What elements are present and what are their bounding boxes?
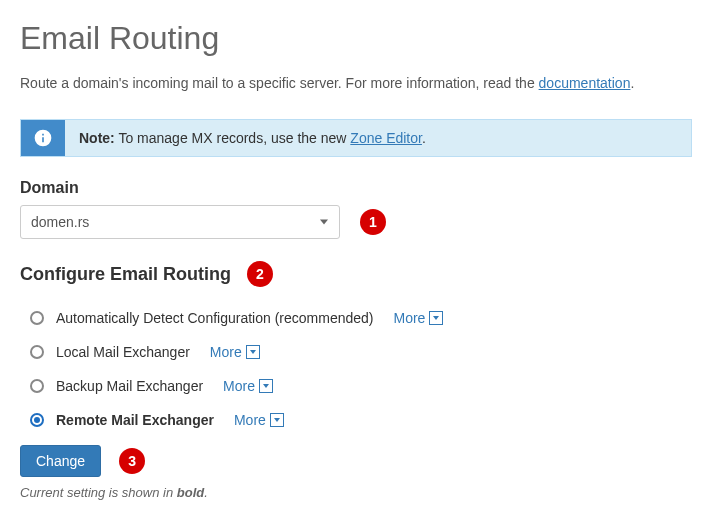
more-text: More bbox=[210, 344, 242, 360]
note-after: . bbox=[422, 130, 426, 146]
radio-local[interactable] bbox=[30, 345, 44, 359]
config-label: Configure Email Routing bbox=[20, 264, 231, 285]
note-banner: Note: To manage MX records, use the new … bbox=[20, 119, 692, 157]
intro-text: Route a domain's incoming mail to a spec… bbox=[20, 75, 692, 91]
chevron-down-icon bbox=[246, 345, 260, 359]
note-before: To manage MX records, use the new bbox=[115, 130, 351, 146]
radio-auto-label[interactable]: Automatically Detect Configuration (reco… bbox=[56, 310, 373, 326]
helper-prefix: Current setting is shown in bbox=[20, 485, 177, 500]
more-link-remote[interactable]: More bbox=[234, 412, 284, 428]
radio-backup[interactable] bbox=[30, 379, 44, 393]
radio-local-label[interactable]: Local Mail Exchanger bbox=[56, 344, 190, 360]
change-button[interactable]: Change bbox=[20, 445, 101, 477]
helper-text: Current setting is shown in bold. bbox=[20, 485, 692, 500]
domain-select[interactable]: domen.rs bbox=[20, 205, 340, 239]
intro-suffix: . bbox=[630, 75, 634, 91]
helper-bold: bold bbox=[177, 485, 204, 500]
radio-remote[interactable] bbox=[30, 413, 44, 427]
radio-list: Automatically Detect Configuration (reco… bbox=[30, 301, 692, 437]
zone-editor-link[interactable]: Zone Editor bbox=[350, 130, 422, 146]
annotation-3: 3 bbox=[119, 448, 145, 474]
intro-prefix: Route a domain's incoming mail to a spec… bbox=[20, 75, 539, 91]
more-link-backup[interactable]: More bbox=[223, 378, 273, 394]
more-text: More bbox=[234, 412, 266, 428]
annotation-1: 1 bbox=[360, 209, 386, 235]
helper-suffix: . bbox=[204, 485, 208, 500]
page-title: Email Routing bbox=[20, 20, 692, 57]
more-link-auto[interactable]: More bbox=[393, 310, 443, 326]
radio-backup-label[interactable]: Backup Mail Exchanger bbox=[56, 378, 203, 394]
radio-remote-label[interactable]: Remote Mail Exchanger bbox=[56, 412, 214, 428]
chevron-down-icon bbox=[429, 311, 443, 325]
annotation-2: 2 bbox=[247, 261, 273, 287]
chevron-down-icon bbox=[259, 379, 273, 393]
documentation-link[interactable]: documentation bbox=[539, 75, 631, 91]
more-text: More bbox=[223, 378, 255, 394]
info-icon bbox=[21, 120, 65, 156]
note-text: Note: To manage MX records, use the new … bbox=[65, 120, 691, 156]
chevron-down-icon bbox=[270, 413, 284, 427]
more-text: More bbox=[393, 310, 425, 326]
domain-select-wrapper: domen.rs bbox=[20, 205, 340, 239]
note-bold: Note: bbox=[79, 130, 115, 146]
domain-label: Domain bbox=[20, 179, 692, 197]
more-link-local[interactable]: More bbox=[210, 344, 260, 360]
radio-auto[interactable] bbox=[30, 311, 44, 325]
